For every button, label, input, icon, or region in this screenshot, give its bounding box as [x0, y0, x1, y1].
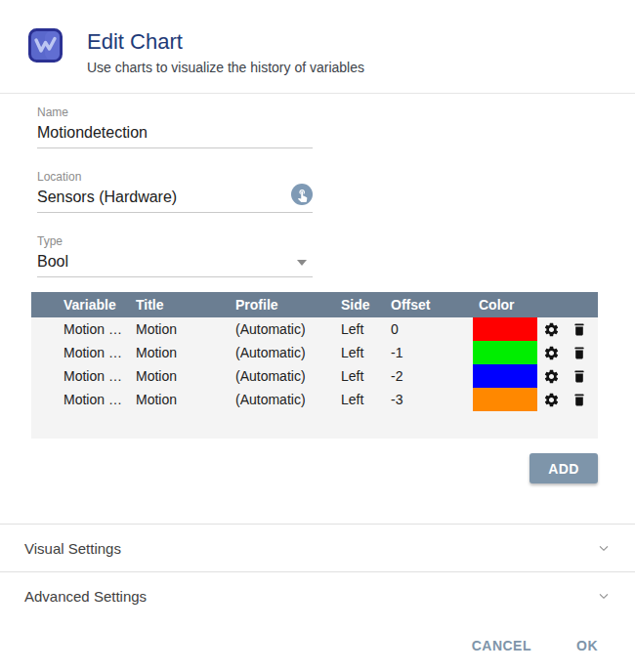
chevron-down-icon[interactable]: [596, 588, 612, 604]
location-label: Location: [37, 170, 313, 184]
variables-table: Variable Title Profile Side Offset Color…: [31, 292, 598, 439]
settings-gear-icon[interactable]: [543, 321, 560, 338]
type-field: Type Bool: [37, 234, 313, 277]
color-swatch[interactable]: [473, 388, 537, 411]
color-swatch[interactable]: [473, 317, 537, 341]
dialog-footer: CANCEL OK: [0, 619, 635, 672]
section-label: Visual Settings: [24, 540, 121, 557]
col-offset: Offset: [391, 297, 473, 313]
row-actions: [543, 321, 587, 338]
add-button[interactable]: ADD: [529, 453, 598, 483]
trash-icon[interactable]: [572, 345, 587, 361]
dialog-title: Edit Chart: [87, 30, 364, 53]
header-text: Edit Chart Use charts to visualize the h…: [87, 28, 364, 93]
spacer: [0, 483, 635, 524]
touch-picker-icon[interactable]: [291, 184, 313, 205]
row-actions: [543, 368, 587, 385]
cell-profile: (Automatic): [235, 345, 341, 360]
cell-side: Left: [341, 321, 391, 337]
cell-variable: Motion …: [64, 368, 136, 384]
table-header-row: Variable Title Profile Side Offset Color: [31, 292, 598, 317]
cell-side: Left: [341, 368, 391, 384]
section-advanced-settings[interactable]: Advanced Settings: [0, 571, 635, 619]
cell-title: Motion: [136, 321, 235, 337]
cell-variable: Motion …: [64, 321, 136, 337]
cell-profile: (Automatic): [235, 321, 341, 337]
cell-title: Motion: [136, 368, 235, 384]
settings-gear-icon[interactable]: [543, 345, 560, 361]
table-row: Motion … Motion (Automatic) Left -1: [31, 341, 598, 364]
cell-variable: Motion …: [64, 345, 136, 360]
table-row: Motion … Motion (Automatic) Left -3: [31, 388, 598, 411]
type-select[interactable]: Bool: [37, 253, 313, 277]
edit-chart-dialog: Edit Chart Use charts to visualize the h…: [0, 0, 635, 672]
section-label: Advanced Settings: [24, 588, 147, 605]
cell-profile: (Automatic): [235, 392, 341, 407]
trash-icon[interactable]: [572, 392, 587, 408]
settings-gear-icon[interactable]: [543, 392, 560, 408]
location-field: Location Sensors (Hardware): [37, 170, 313, 213]
col-profile: Profile: [235, 297, 341, 313]
cell-side: Left: [341, 345, 391, 360]
settings-gear-icon[interactable]: [543, 368, 560, 385]
table-row: Motion … Motion (Automatic) Left -2: [31, 364, 598, 388]
cell-side: Left: [341, 392, 391, 407]
type-label: Type: [37, 234, 313, 248]
trash-icon[interactable]: [572, 321, 587, 338]
location-input[interactable]: Sensors (Hardware): [37, 189, 313, 213]
cell-offset: -1: [391, 345, 473, 360]
row-actions: [543, 345, 587, 361]
dialog-subtitle: Use charts to visualize the history of v…: [87, 60, 364, 75]
cell-offset: -3: [391, 392, 473, 407]
cell-offset: 0: [391, 321, 473, 337]
chevron-down-icon[interactable]: [297, 260, 307, 266]
ok-button[interactable]: OK: [569, 630, 606, 661]
cancel-button[interactable]: CANCEL: [464, 630, 539, 661]
cell-title: Motion: [136, 345, 235, 360]
col-variable: Variable: [64, 297, 136, 313]
name-input[interactable]: Motiondetection: [37, 124, 313, 148]
color-swatch[interactable]: [473, 341, 537, 364]
add-row: ADD: [0, 453, 598, 483]
col-color: Color: [473, 297, 515, 313]
chevron-down-icon[interactable]: [596, 540, 612, 556]
name-label: Name: [37, 105, 313, 119]
col-title: Title: [136, 297, 235, 313]
trash-icon[interactable]: [572, 368, 587, 385]
cell-title: Motion: [136, 392, 235, 407]
table-body: Motion … Motion (Automatic) Left 0 Motio…: [31, 317, 598, 439]
cell-variable: Motion …: [64, 392, 136, 407]
chart-line-icon: [28, 28, 63, 63]
color-swatch[interactable]: [473, 364, 537, 388]
row-actions: [543, 392, 587, 408]
dialog-header: Edit Chart Use charts to visualize the h…: [0, 0, 635, 94]
col-side: Side: [341, 297, 391, 313]
section-visual-settings[interactable]: Visual Settings: [0, 524, 635, 571]
table-row: Motion … Motion (Automatic) Left 0: [31, 317, 598, 341]
name-field: Name Motiondetection: [37, 105, 313, 148]
cell-profile: (Automatic): [235, 368, 341, 384]
cell-offset: -2: [391, 368, 473, 384]
